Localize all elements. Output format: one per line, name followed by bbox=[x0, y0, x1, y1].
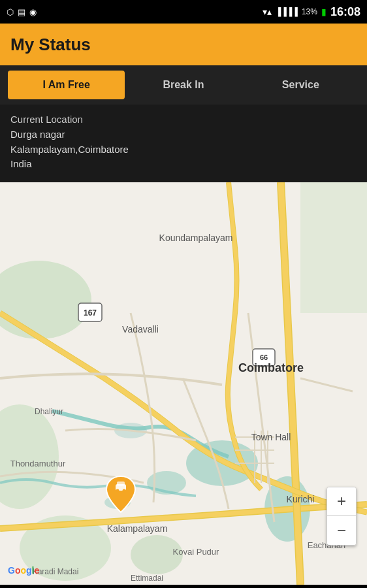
google-g2: g bbox=[26, 565, 32, 576]
svg-text:66: 66 bbox=[260, 353, 268, 361]
tab-i-am-free[interactable]: I Am Free bbox=[8, 71, 125, 99]
usb-icon: ⬡ bbox=[7, 7, 14, 17]
svg-text:Vadavalli: Vadavalli bbox=[122, 324, 159, 335]
battery-icon: ▮ bbox=[321, 7, 327, 17]
status-time: 16:08 bbox=[330, 5, 360, 19]
map-container[interactable]: 167 66 Koundampalayam Vadavalli Coimbato… bbox=[0, 182, 367, 585]
location-line3: India bbox=[10, 158, 32, 169]
svg-text:Coimbatore: Coimbatore bbox=[238, 361, 304, 374]
wifi-icon: ▾▴ bbox=[263, 7, 272, 17]
svg-text:Ettimadai: Ettimadai bbox=[131, 574, 163, 583]
location-line2: Kalampalayam,Coimbatore bbox=[10, 144, 129, 155]
sim-icon: ▤ bbox=[18, 7, 25, 17]
zoom-out-button[interactable]: − bbox=[327, 516, 356, 545]
page-title: My Status bbox=[10, 35, 91, 55]
status-bar-left: ⬡ ▤ ◉ bbox=[7, 7, 37, 17]
location-line1: Durga nagar bbox=[10, 129, 65, 140]
google-g: G bbox=[8, 565, 15, 576]
battery-percentage: 13% bbox=[302, 7, 317, 16]
svg-text:Kovai Pudur: Kovai Pudur bbox=[173, 547, 219, 557]
signal-icon: ▐▐▐▐ bbox=[276, 7, 298, 16]
location-address: Durga nagar Kalampalayam,Coimbatore Indi… bbox=[10, 127, 357, 172]
svg-text:Kurichi: Kurichi bbox=[287, 494, 315, 504]
app-bar: My Status bbox=[0, 24, 367, 65]
location-info: Current Location Durga nagar Kalampalaya… bbox=[0, 105, 367, 182]
google-e: e bbox=[34, 565, 39, 576]
svg-text:Dhaliyur: Dhaliyur bbox=[35, 407, 63, 416]
status-bar-right: ▾▴ ▐▐▐▐ 13% ▮ 16:08 bbox=[263, 5, 360, 19]
svg-text:Town Hall: Town Hall bbox=[251, 432, 291, 442]
svg-text:Koundampalayam: Koundampalayam bbox=[159, 233, 233, 243]
svg-point-30 bbox=[123, 489, 126, 492]
svg-point-29 bbox=[116, 489, 120, 492]
svg-rect-5 bbox=[300, 182, 367, 313]
zoom-controls: + − bbox=[327, 487, 357, 546]
svg-text:167: 167 bbox=[84, 308, 97, 318]
tab-bar: I Am Free Break In Service bbox=[0, 65, 367, 105]
tab-service[interactable]: Service bbox=[242, 71, 359, 99]
tab-break-in[interactable]: Break In bbox=[125, 71, 242, 99]
zoom-in-button[interactable]: + bbox=[327, 487, 356, 516]
map-svg: 167 66 Koundampalayam Vadavalli Coimbato… bbox=[0, 182, 367, 585]
google-logo: Google bbox=[8, 565, 39, 576]
location-label: Current Location bbox=[10, 114, 357, 125]
headset-icon: ◉ bbox=[29, 7, 37, 17]
svg-text:Kalampalayam: Kalampalayam bbox=[107, 523, 168, 534]
google-o2: o bbox=[20, 565, 26, 576]
svg-rect-28 bbox=[117, 482, 125, 486]
status-bar: ⬡ ▤ ◉ ▾▴ ▐▐▐▐ 13% ▮ 16:08 bbox=[0, 0, 367, 24]
svg-text:Thondamuthur: Thondamuthur bbox=[10, 459, 66, 468]
